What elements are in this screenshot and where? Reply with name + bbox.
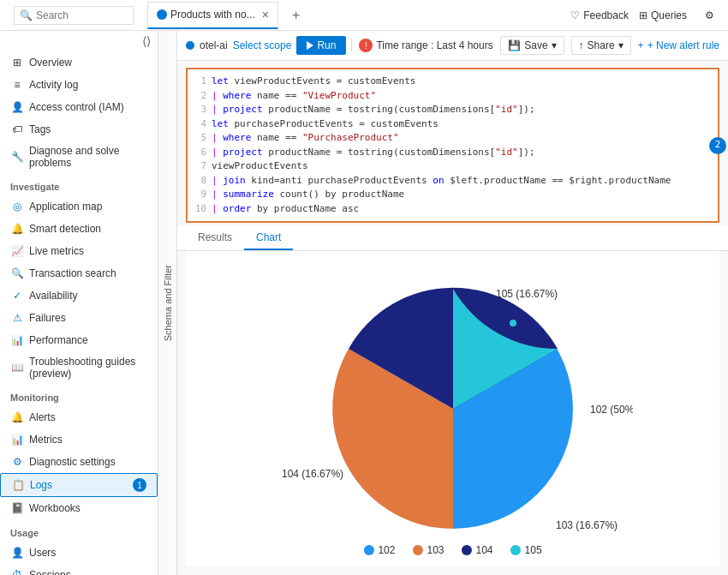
main-layout: ⟨⟩ ⊞ Overview ≡ Activity log 👤 Access co… (0, 31, 728, 575)
search-box[interactable]: 🔍 (14, 6, 134, 25)
overview-icon: ⊞ (10, 56, 24, 69)
save-chevron-icon: ▾ (552, 39, 557, 51)
settings-icon: ⚙ (10, 455, 24, 469)
list-icon: ≡ (10, 78, 24, 92)
resource-label: otel-ai (200, 39, 228, 51)
sidebar-item-transaction-search[interactable]: 🔍 Transaction search (0, 262, 158, 285)
person-icon: 👤 (10, 100, 24, 114)
queries-icon: ⊞ (639, 9, 647, 21)
query-line-3: 3 | project productName = tostring(custo… (193, 103, 713, 117)
gear-button[interactable]: ⚙ (697, 3, 721, 27)
save-button[interactable]: 💾 Save ▾ (500, 36, 564, 55)
sidebar-item-app-map[interactable]: ◎ Application map (0, 195, 158, 218)
wrench-icon: 🔧 (10, 150, 24, 164)
chart-area: 102 (50%) 103 (16.67%) 104 (16.67%) 105 … (186, 251, 719, 566)
logs-badge: 1 (133, 478, 146, 492)
query-line-4: 4 let purchaseProductEvents = customEven… (193, 117, 713, 132)
sidebar-item-diagnostic-settings[interactable]: ⚙ Diagnostic settings (0, 451, 158, 473)
content-area: otel-ai Select scope Run ! Time range : … (177, 31, 728, 575)
app-map-icon: ◎ (10, 200, 24, 213)
sidebar-item-tags[interactable]: 🏷 Tags (0, 118, 158, 141)
share-label: Share (588, 39, 615, 51)
sidebar-item-label: Tags (29, 123, 51, 135)
resource-dot (186, 41, 194, 50)
search-icon: 🔍 (20, 9, 33, 21)
tab-products[interactable]: Products with no... × (147, 2, 278, 29)
share-chevron-icon: ▾ (618, 39, 624, 51)
pie-dot-105 (510, 320, 516, 326)
sidebar-item-metrics[interactable]: 📊 Metrics (0, 428, 158, 451)
sidebar-item-label: Troubleshooting guides (preview) (29, 356, 147, 380)
queries-button[interactable]: ⊞ Queries (639, 9, 687, 21)
sidebar-item-activity-log[interactable]: ≡ Activity log (0, 74, 158, 96)
feedback-label: Feedback (583, 9, 629, 21)
query-badge: 2 (709, 137, 726, 154)
tab-chart[interactable]: Chart (244, 226, 293, 250)
tab-results[interactable]: Results (186, 226, 244, 250)
sidebar-item-sessions[interactable]: ⏱ Sessions (0, 564, 158, 575)
logs-icon: 📋 (11, 478, 25, 492)
legend-dot-102 (363, 545, 373, 555)
query-line-5: 5 | where name == "PurchaseProduct" (193, 131, 713, 146)
sidebar-item-diagnose[interactable]: 🔧 Diagnose and solve problems (0, 141, 158, 173)
section-investigate: Investigate (0, 173, 158, 195)
section-monitoring: Monitoring (0, 384, 158, 406)
share-button[interactable]: ↑ Share ▾ (571, 36, 631, 55)
metrics-icon: 📊 (10, 433, 24, 446)
gear-icon: ⚙ (705, 9, 714, 21)
sidebar-item-label: Transaction search (29, 267, 116, 279)
chart-legend: 102 103 104 105 (363, 544, 541, 556)
sidebar-item-label: Performance (29, 334, 88, 346)
schema-label: Schema and Filter (163, 265, 173, 341)
add-tab-button[interactable]: + (285, 3, 307, 28)
new-alert-label: + New alert rule (647, 39, 719, 51)
legend-item-105: 105 (510, 544, 542, 556)
sidebar-item-users[interactable]: 👤 Users (0, 542, 158, 564)
search2-icon: 🔍 (10, 267, 24, 280)
sidebar-item-logs[interactable]: 📋 Logs 1 (0, 473, 158, 497)
sidebar-item-label: Live metrics (29, 245, 84, 257)
results-tabs: Results Chart (177, 226, 728, 251)
sidebar-item-label: Logs (30, 479, 52, 491)
sidebar-item-alerts[interactable]: 🔔 Alerts (0, 406, 158, 428)
sidebar-item-label: Users (29, 547, 56, 559)
sidebar-item-workbooks[interactable]: 📓 Workbooks (0, 497, 158, 519)
pie-label-104: 104 (16.67%) (282, 468, 343, 480)
sidebar-item-label: Failures (29, 312, 66, 324)
sidebar-item-failures[interactable]: ⚠ Failures (0, 307, 158, 329)
new-alert-rule-button[interactable]: + + New alert rule (638, 39, 719, 51)
legend-label-102: 102 (378, 544, 395, 556)
time-badge: ! (359, 39, 373, 52)
pie-label-102: 102 (50%) (590, 404, 633, 416)
schema-panel[interactable]: Schema and Filter (158, 31, 177, 575)
close-icon[interactable]: × (262, 9, 269, 21)
save-label: Save (524, 39, 547, 51)
tab-icon-products (157, 9, 167, 20)
top-bar: 🔍 Products with no... × + ♡ Feedback ⊞ Q… (0, 0, 728, 31)
sidebar-collapse-button[interactable]: ⟨⟩ (142, 34, 151, 48)
query-line-2: 2 | where name == "ViewProduct" (193, 89, 713, 104)
legend-item-102: 102 (363, 544, 395, 556)
feedback-button[interactable]: ♡ Feedback (570, 9, 629, 21)
chart-line-icon: 📈 (10, 244, 24, 258)
bell-icon: 🔔 (10, 222, 24, 236)
legend-dot-105 (510, 545, 521, 555)
query-line-7: 7 viewProductEvents (193, 159, 713, 174)
sidebar-item-access-control[interactable]: 👤 Access control (IAM) (0, 96, 158, 118)
select-scope-button[interactable]: Select scope (233, 39, 292, 51)
sidebar-item-availability[interactable]: ✓ Availability (0, 285, 158, 307)
sidebar-item-troubleshooting[interactable]: 📖 Troubleshooting guides (preview) (0, 351, 158, 384)
search-input[interactable] (36, 9, 128, 21)
query-line-8: 8 | join kind=anti purchaseProductEvents… (193, 174, 713, 189)
query-editor[interactable]: 1 let viewProductEvents = customEvents 2… (186, 68, 719, 223)
sidebar-item-live-metrics[interactable]: 📈 Live metrics (0, 240, 158, 262)
toolbar-right: 💾 Save ▾ ↑ Share ▾ + + New alert rule (500, 36, 719, 55)
legend-label-103: 103 (427, 544, 444, 556)
legend-dot-103 (412, 545, 422, 555)
run-button[interactable]: Run (296, 36, 346, 55)
sidebar-item-smart-detection[interactable]: 🔔 Smart detection (0, 218, 158, 240)
sidebar-item-label: Smart detection (29, 223, 101, 235)
sidebar-item-performance[interactable]: 📊 Performance (0, 329, 158, 351)
sidebar-item-overview[interactable]: ⊞ Overview (0, 51, 158, 74)
users-icon: 👤 (10, 546, 24, 560)
